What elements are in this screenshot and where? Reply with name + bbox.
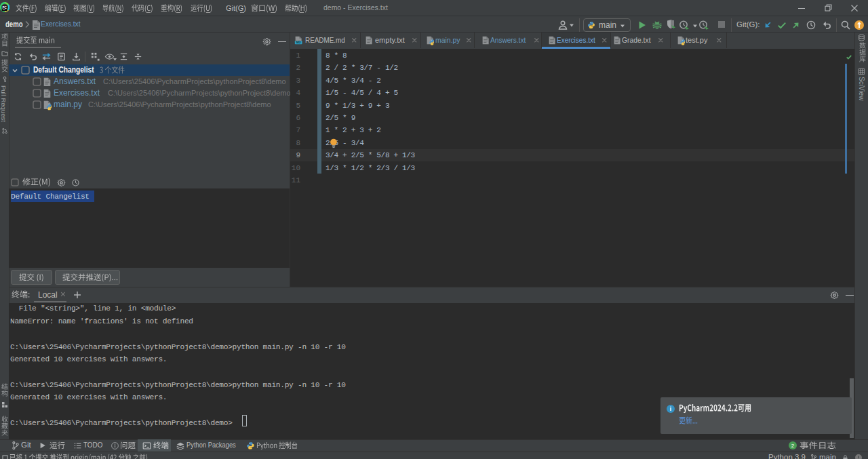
svg-text:2: 2 xyxy=(791,443,795,449)
svg-text:PC: PC xyxy=(3,6,7,9)
svg-text:MD: MD xyxy=(296,41,302,44)
